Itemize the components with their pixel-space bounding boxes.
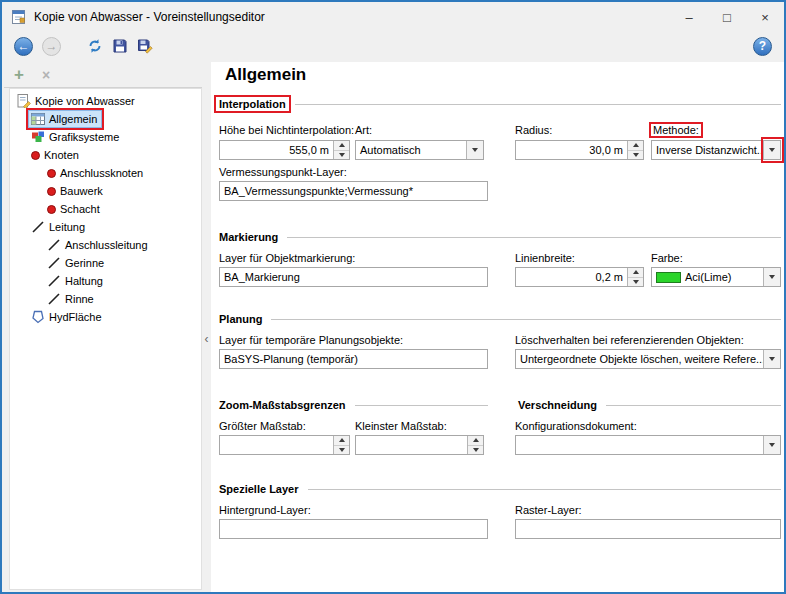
konfigurationsdokument-combobox[interactable] [515, 435, 781, 455]
farbe-combobox[interactable]: Aci(Lime) [651, 267, 781, 287]
spinner [333, 141, 349, 159]
linienbreite-label: Linienbreite: [515, 252, 575, 264]
radius-field [515, 140, 644, 160]
tree-item-hydflaeche[interactable]: HydFläche [10, 308, 201, 326]
tree-item-label: Gerinne [65, 257, 104, 269]
tree-item-knoten[interactable]: Knoten [10, 146, 201, 164]
group-rule [606, 405, 781, 407]
line-icon [47, 292, 61, 306]
tree-item-kopie-von-abwasser[interactable]: Kopie von Abwasser [10, 92, 201, 110]
spinner-up-button[interactable] [628, 141, 643, 150]
forward-button[interactable]: → [42, 37, 61, 56]
tree-item-rinne[interactable]: Rinne [10, 290, 201, 308]
dropdown-button[interactable] [763, 350, 780, 368]
section-planung: Planung [216, 312, 781, 326]
add-button[interactable]: + [14, 66, 24, 83]
konfigurationsdokument-label: Konfigurationsdokument: [515, 420, 637, 432]
hoehe-nichtinterpolation-field [219, 140, 350, 160]
delete-button[interactable]: × [42, 68, 50, 82]
tree-item-haltung[interactable]: Haltung [10, 272, 201, 290]
triangle-up-icon [339, 438, 345, 442]
planungsobjekte-layer-input[interactable] [220, 350, 487, 368]
chevron-down-icon [769, 275, 775, 279]
triangle-down-icon [339, 448, 345, 452]
spinner-down-button[interactable] [628, 150, 643, 160]
section-interpolation: Interpolation [216, 97, 781, 111]
art-combobox[interactable]: Automatisch [355, 140, 484, 160]
raster-layer-input[interactable] [516, 520, 780, 538]
spinner-down-button[interactable] [628, 277, 643, 287]
preferences-editor-window: Kopie von Abwasser - Voreinstellungsedit… [0, 0, 786, 594]
linienbreite-field [515, 267, 644, 287]
hoehe-nichtinterpolation-input[interactable] [220, 141, 333, 159]
tree-item-leitung[interactable]: Leitung [10, 218, 201, 236]
spinner-down-button[interactable] [334, 150, 349, 160]
radius-input[interactable] [516, 141, 627, 159]
form-icon [17, 94, 31, 108]
collapse-sidebar-button[interactable]: ‹ [202, 330, 211, 348]
objektmarkierung-layer-field [219, 267, 488, 287]
kleinster-massstab-input[interactable] [356, 436, 467, 454]
hintergrund-layer-input[interactable] [220, 520, 487, 538]
back-button[interactable]: ← [14, 37, 33, 56]
splitter[interactable]: ‹ [202, 62, 211, 594]
objektmarkierung-layer-input[interactable] [220, 268, 487, 286]
linienbreite-input[interactable] [516, 268, 627, 286]
hoehe-label: Höhe bei Nichtinterpolation: [219, 124, 354, 136]
tree-item-grafiksysteme[interactable]: Grafiksysteme [10, 128, 201, 146]
triangle-down-icon [633, 280, 639, 284]
loeschverhalten-label: Löschverhalten bei referenzierenden Obje… [515, 334, 744, 346]
hintergrund-layer-field [219, 519, 488, 539]
triangle-up-icon [339, 143, 345, 147]
tree-item-label: Haltung [65, 275, 103, 287]
methode-value: Inverse Distanzwicht... [652, 144, 763, 156]
save-as-button[interactable] [137, 38, 153, 54]
color-swatch [656, 272, 681, 283]
tree-item-label: Leitung [49, 221, 85, 233]
titlebar: Kopie von Abwasser - Voreinstellungsedit… [2, 2, 784, 32]
art-value: Automatisch [356, 144, 466, 156]
help-button[interactable]: ? [753, 37, 772, 56]
loeschverhalten-combobox[interactable]: Untergeordnete Objekte löschen, weitere … [515, 349, 781, 369]
spinner-down-button[interactable] [468, 445, 483, 455]
dropdown-button[interactable] [763, 268, 780, 286]
group-rule [271, 319, 781, 321]
tree-item-gerinne[interactable]: Gerinne [10, 254, 201, 272]
objektmarkierung-layer-label: Layer für Objektmarkierung: [219, 252, 355, 264]
tree-item-anschlussknoten[interactable]: Anschlussknoten [10, 164, 201, 182]
tree-item-label: Bauwerk [60, 185, 103, 197]
save-button[interactable] [112, 38, 128, 54]
refresh-button[interactable] [87, 38, 103, 54]
dropdown-button[interactable] [763, 436, 780, 454]
minimize-button[interactable]: – [670, 2, 708, 32]
section-interpolation-title: Interpolation [216, 97, 289, 111]
tree-item-anschlussleitung[interactable]: Anschlussleitung [10, 236, 201, 254]
groesster-massstab-field [219, 435, 350, 455]
spinner-up-button[interactable] [334, 436, 349, 445]
maximize-button[interactable]: □ [708, 2, 746, 32]
tree-item-label: HydFläche [49, 311, 102, 323]
group-rule [355, 405, 488, 407]
help-button-wrap: ? [753, 37, 772, 56]
spinner-up-button[interactable] [468, 436, 483, 445]
tree-item-inner-selected: Allgemein [28, 110, 102, 128]
tree-item-schacht[interactable]: Schacht [10, 200, 201, 218]
spinner-down-button[interactable] [334, 445, 349, 455]
node-icon [47, 169, 56, 178]
tree-item-allgemein[interactable]: Allgemein [10, 110, 201, 128]
vermessungspunkt-layer-input[interactable] [220, 182, 487, 200]
spinner-up-button[interactable] [334, 141, 349, 150]
groesster-massstab-input[interactable] [220, 436, 333, 454]
chevron-down-icon [769, 357, 775, 361]
dropdown-button[interactable] [763, 141, 780, 159]
tree-item-inner: Haltung [44, 272, 108, 290]
refresh-icon [87, 38, 103, 54]
dropdown-button[interactable] [466, 141, 483, 159]
raster-layer-label: Raster-Layer: [515, 504, 582, 516]
close-button[interactable]: × [746, 2, 784, 32]
art-label: Art: [355, 124, 372, 136]
methode-combobox[interactable]: Inverse Distanzwicht... [651, 140, 781, 160]
chevron-down-icon [769, 148, 775, 152]
spinner-up-button[interactable] [628, 268, 643, 277]
tree-item-bauwerk[interactable]: Bauwerk [10, 182, 201, 200]
